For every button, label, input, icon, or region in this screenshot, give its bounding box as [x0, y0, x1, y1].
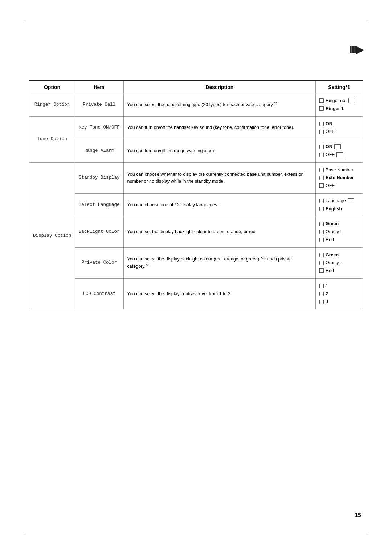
checkbox — [319, 230, 324, 234]
description-cell: You can turn on/off the range warning al… — [123, 139, 315, 163]
checkbox — [319, 261, 324, 265]
setting-label: Language — [326, 198, 346, 204]
checkbox — [319, 176, 324, 180]
checkbox — [319, 106, 324, 111]
item-cell: Select Language — [75, 193, 124, 216]
setting-label: OFF — [326, 128, 335, 135]
setting-cell: 123 — [316, 278, 363, 309]
checkbox — [319, 168, 324, 172]
setting-label: English — [326, 206, 342, 212]
description-cell: You can choose one of 12 display languag… — [123, 193, 315, 216]
setting-row: OFF — [319, 151, 359, 158]
item-cell: Key Tone ON/OFF — [75, 116, 124, 139]
header-item: Item — [75, 81, 124, 93]
setting-cell: ONOFF — [316, 116, 363, 139]
main-table: Option Item Description Setting*1 Ringer… — [29, 81, 363, 309]
setting-cell: ONOFF — [316, 139, 363, 163]
margin-line-left — [24, 22, 24, 533]
setting-label: Ringer no. — [326, 97, 347, 104]
checkbox — [319, 98, 324, 103]
corner-icon: III▶ — [350, 44, 363, 56]
description-cell: You can turn on/off the handset key soun… — [123, 116, 315, 139]
option-cell: Display Option — [29, 162, 75, 309]
margin-line-right — [368, 22, 368, 533]
option-cell: Tone Option — [29, 116, 75, 162]
setting-cell: GreenOrangeRed — [316, 247, 363, 278]
setting-cell: Base NumberExtn NumberOFF — [316, 162, 363, 193]
page-number: 15 — [355, 512, 361, 519]
description-cell: You can set the display backlight colour… — [123, 216, 315, 247]
item-cell: Private Call — [75, 93, 124, 117]
setting-label: Orange — [326, 259, 341, 266]
checkbox — [319, 222, 324, 226]
setting-label: OFF — [326, 151, 335, 158]
setting-row: Extn Number — [319, 174, 359, 181]
setting-label: Red — [326, 267, 334, 274]
item-cell: LCD Contrast — [75, 278, 124, 309]
setting-label: Red — [326, 236, 334, 243]
setting-row: OFF — [319, 128, 359, 135]
checkbox — [319, 153, 324, 157]
checkbox — [319, 199, 324, 203]
setting-row: OFF — [319, 182, 359, 189]
checkbox — [319, 207, 324, 211]
header-option: Option — [29, 81, 75, 93]
checkbox — [319, 183, 324, 188]
setting-row: Orange — [319, 259, 359, 266]
setting-row: ON — [319, 143, 359, 150]
description-cell: You can choose whether to display the cu… — [123, 162, 315, 193]
table-row: Ringer OptionPrivate CallYou can select … — [29, 93, 363, 117]
small-box — [348, 98, 355, 103]
small-box — [334, 144, 341, 149]
setting-label: 3 — [326, 298, 328, 305]
table-row: Range AlarmYou can turn on/off the range… — [29, 139, 363, 163]
setting-label: Base Number — [326, 167, 353, 174]
setting-row: ON — [319, 121, 359, 127]
setting-row: Base Number — [319, 167, 359, 174]
setting-row: 1 — [319, 283, 359, 289]
setting-label: ON — [326, 143, 332, 150]
setting-label: ON — [326, 121, 332, 127]
small-box — [348, 198, 354, 203]
table-row: LCD ContrastYou can select the display c… — [29, 278, 363, 309]
small-box — [336, 152, 343, 157]
setting-row: 2 — [319, 291, 359, 297]
description-cell: You can select the display contrast leve… — [123, 278, 315, 309]
setting-row: English — [319, 206, 359, 212]
table-row: Private ColorYou can select the display … — [29, 247, 363, 278]
checkbox — [319, 238, 324, 242]
option-cell: Ringer Option — [29, 93, 75, 117]
setting-row: Red — [319, 267, 359, 274]
header-description: Description — [123, 81, 315, 93]
setting-row: Ringer 1 — [319, 105, 359, 112]
checkbox — [319, 253, 324, 257]
item-cell: Standby Display — [75, 162, 124, 193]
checkbox — [319, 300, 324, 304]
checkbox — [319, 292, 324, 296]
checkbox — [319, 130, 324, 134]
setting-label: OFF — [326, 182, 335, 189]
setting-row: Orange — [319, 228, 359, 235]
checkbox — [319, 268, 324, 273]
setting-row: Green — [319, 220, 359, 227]
setting-label: Green — [326, 252, 339, 259]
setting-row: 3 — [319, 298, 359, 305]
setting-label: Ringer 1 — [326, 105, 344, 112]
page-container: III▶ Option Item Description Setting*1 R… — [0, 0, 392, 555]
setting-row: Ringer no. — [319, 97, 359, 104]
table-row: Select LanguageYou can choose one of 12 … — [29, 193, 363, 216]
setting-label: Orange — [326, 228, 341, 235]
setting-row: Green — [319, 252, 359, 259]
setting-label: 1 — [326, 283, 328, 289]
item-cell: Private Color — [75, 247, 124, 278]
table-row: Display OptionStandby DisplayYou can cho… — [29, 162, 363, 193]
description-cell: You can select the display backlight col… — [123, 247, 315, 278]
setting-label: Extn Number — [326, 174, 354, 181]
table-header-row: Option Item Description Setting*1 — [29, 81, 363, 93]
checkbox — [319, 284, 324, 288]
setting-cell: LanguageEnglish — [316, 193, 363, 216]
setting-label: Green — [326, 220, 339, 227]
setting-row: Language — [319, 198, 359, 204]
setting-row: Red — [319, 236, 359, 243]
setting-cell: GreenOrangeRed — [316, 216, 363, 247]
